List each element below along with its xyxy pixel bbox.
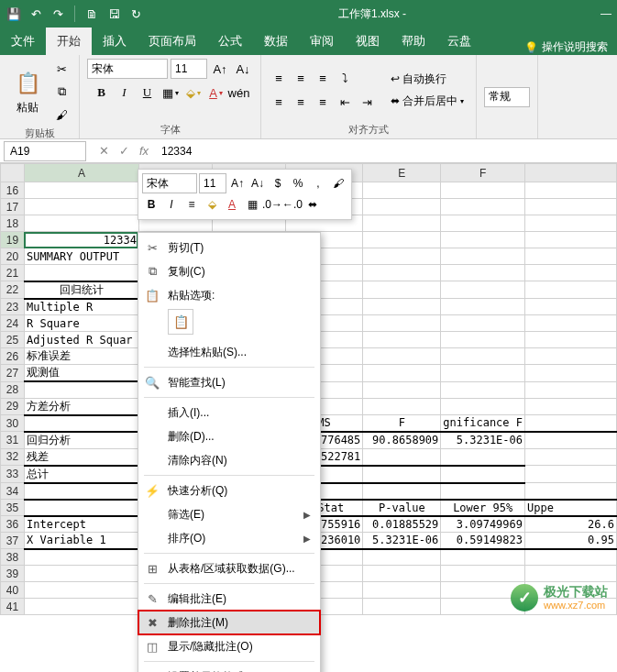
cell[interactable]: R Square [24,315,138,332]
row-header[interactable]: 34 [1,483,25,500]
align-right-icon[interactable]: ≡ [313,92,333,112]
merge-center-button[interactable]: ⬌合并后居中▾ [386,92,468,111]
align-middle-icon[interactable]: ≡ [291,68,311,88]
cell-A19[interactable]: 12334 [24,232,138,248]
phonetic-icon[interactable]: wén [229,83,249,103]
new-icon[interactable]: 🗎 [83,6,100,22]
col-header-E[interactable]: E [363,164,441,182]
ctx-copy[interactable]: ⧉复制(C) [138,259,320,283]
cancel-icon[interactable]: ✕ [94,144,114,158]
ctx-delete[interactable]: 删除(D)... [138,424,320,448]
redo-icon[interactable]: ↷ [50,6,66,22]
shrink-font-icon[interactable]: A↓ [233,59,253,79]
row-header[interactable]: 33 [1,466,25,483]
ctx-format-cells[interactable]: ⊟设置单元格格式(F)... [138,665,320,672]
row-header[interactable]: 19 [1,232,25,248]
select-all-corner[interactable] [1,164,25,182]
save2-icon[interactable]: 🖫 [105,6,122,22]
row-header[interactable]: 40 [1,582,25,599]
row-header[interactable]: 16 [1,182,25,199]
tab-file[interactable]: 文件 [0,28,46,55]
row-header[interactable]: 27 [1,365,25,382]
minimize-icon[interactable]: — [600,7,611,20]
ctx-sort[interactable]: 排序(O)▶ [138,526,320,550]
comma-icon[interactable]: , [309,174,327,193]
cell[interactable]: X Variable 1 [24,533,138,549]
cell[interactable]: 残差 [24,448,138,466]
row-header[interactable]: 20 [1,248,25,265]
col-header-A[interactable]: A [24,164,138,182]
percent-icon[interactable]: % [289,174,307,193]
indent-dec-icon[interactable]: ⇤ [335,92,355,112]
row-header[interactable]: 32 [1,448,25,466]
font-color-icon[interactable]: A▾ [206,83,226,103]
ctx-get-data[interactable]: ⊞从表格/区域获取数据(G)... [138,556,320,580]
ctx-filter[interactable]: 筛选(E)▶ [138,502,320,526]
row-header[interactable]: 31 [1,432,25,449]
row-header[interactable]: 39 [1,566,25,582]
fx-icon[interactable]: fx [134,144,154,158]
tab-insert[interactable]: 插入 [92,28,138,55]
row-header[interactable]: 28 [1,381,25,398]
increase-decimal-icon[interactable]: .0→ [263,195,281,214]
paste-button[interactable]: 📋 粘贴 [7,67,48,117]
row-header[interactable]: 17 [1,199,25,215]
tell-me-search[interactable]: 💡 操作说明搜索 [515,39,617,55]
row-header[interactable]: 18 [1,215,25,232]
tab-formula[interactable]: 公式 [207,28,253,55]
align-top-icon[interactable]: ≡ [269,68,289,88]
font-size-combo[interactable]: 11 [171,59,207,79]
tab-data[interactable]: 数据 [253,28,299,55]
mini-size-combo[interactable]: 11 [199,173,226,193]
enter-icon[interactable]: ✓ [114,144,134,158]
cell[interactable]: 回归分析 [24,432,138,449]
align-bottom-icon[interactable]: ≡ [313,68,333,88]
tab-view[interactable]: 视图 [345,28,391,55]
row-header[interactable]: 41 [1,599,25,615]
font-name-combo[interactable]: 宋体 [87,59,168,79]
align-center-icon[interactable]: ≡ [291,92,311,112]
tab-help[interactable]: 帮助 [391,28,436,55]
ctx-edit-comment[interactable]: ✎编辑批注(E) [138,587,320,611]
row-header[interactable]: 23 [1,299,25,315]
name-box[interactable]: A19 [4,141,86,161]
fill-color-icon[interactable]: ⬙ [203,195,221,214]
italic-button[interactable]: I [115,83,135,103]
shrink-font-icon[interactable]: A↓ [248,174,267,193]
tab-layout[interactable]: 页面布局 [138,28,207,55]
cell[interactable]: Adjusted R Squar [24,332,138,348]
ctx-paste-special[interactable]: 选择性粘贴(S)... [138,340,320,364]
merge-icon[interactable]: ⬌ [303,195,322,214]
align-left-icon[interactable]: ≡ [269,92,289,112]
col-header-F[interactable]: F [441,164,525,182]
row-header[interactable]: 29 [1,398,25,415]
row-header[interactable]: 21 [1,265,25,281]
row-header[interactable]: 37 [1,533,25,549]
cell[interactable]: 回归统计 [24,281,138,299]
format-painter-icon[interactable]: 🖌 [329,174,347,193]
row-header[interactable]: 25 [1,332,25,348]
row-header[interactable]: 26 [1,348,25,365]
wrap-text-button[interactable]: ↩自动换行 [386,70,468,89]
grow-font-icon[interactable]: A↑ [210,59,230,79]
italic-button[interactable]: I [162,195,181,214]
ctx-cut[interactable]: ✂剪切(T) [138,236,320,259]
ctx-quick-analysis[interactable]: ⚡快速分析(Q) [138,479,320,502]
copy-icon[interactable]: ⧉ [51,82,72,102]
ctx-clear[interactable]: 清除内容(N) [138,448,320,472]
row-header[interactable]: 38 [1,549,25,566]
indent-inc-icon[interactable]: ⇥ [357,92,377,112]
cut-icon[interactable]: ✂ [51,59,72,79]
format-painter-icon[interactable]: 🖌 [51,105,72,125]
paste-option-icon[interactable]: 📋 [168,309,193,335]
ctx-toggle-comment[interactable]: ◫显示/隐藏批注(O) [138,634,320,658]
row-header[interactable]: 22 [1,281,25,299]
cell[interactable]: 标准误差 [24,348,138,365]
ctx-delete-comment[interactable]: ✖删除批注(M) [138,611,320,634]
fill-color-icon[interactable]: ⬙▾ [183,83,204,103]
cell[interactable]: Multiple R [24,299,138,315]
cell[interactable]: SUMMARY OUTPUT [24,248,138,265]
ctx-insert[interactable]: 插入(I)... [138,401,320,424]
row-header[interactable]: 24 [1,315,25,332]
border-icon[interactable]: ▦▾ [160,83,181,103]
